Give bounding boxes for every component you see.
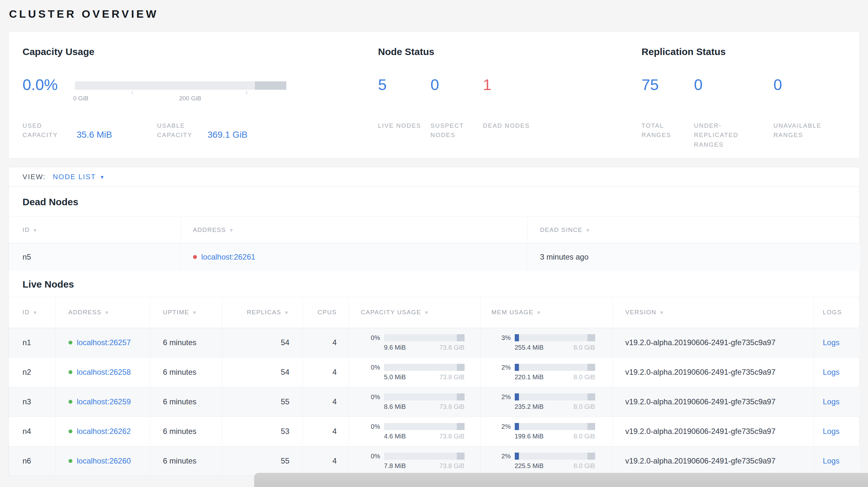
col-header-replicas[interactable]: REPLICAS▼ — [222, 297, 302, 328]
col-header-dead-since[interactable]: DEAD SINCE▼ — [527, 217, 860, 244]
logs-link[interactable]: Logs — [823, 397, 840, 406]
logs-link[interactable]: Logs — [823, 427, 840, 435]
node-address-cell: localhost:26262 — [55, 417, 150, 446]
capacity-usage-bar — [384, 453, 465, 460]
capacity-used: 7.8 MiB — [384, 462, 406, 469]
total-ranges-stat: 75 TOTAL RANGES — [642, 77, 694, 149]
col-header-id[interactable]: ID▼ — [9, 297, 55, 328]
capacity-total: 73.8 GiB — [439, 403, 465, 411]
sort-desc-icon: ▼ — [536, 310, 541, 315]
replication-status-section: Replication Status 75 TOTAL RANGES 0 UND… — [642, 46, 859, 158]
capacity-tick-label: 200 GiB — [179, 95, 202, 102]
total-ranges-count: 75 — [642, 77, 694, 93]
col-header-cpus[interactable]: CPUS — [302, 297, 348, 328]
dead-nodes-header-row: ID▼ ADDRESS▼ DEAD SINCE▼ — [9, 217, 860, 244]
node-address-cell: localhost:26261 — [181, 244, 527, 270]
mem-usage-bar — [515, 364, 595, 371]
col-header-address[interactable]: ADDRESS▼ — [55, 297, 150, 328]
live-node-row: n2 localhost:26258 6 minutes 54 4 0% 5.0… — [9, 357, 860, 387]
node-address-link[interactable]: localhost:26260 — [77, 456, 131, 465]
live-node-row: n1 localhost:26257 6 minutes 54 4 0% 9.6… — [9, 328, 860, 357]
mem-total: 8.0 GiB — [574, 344, 595, 351]
capacity-used: 4.6 MiB — [384, 433, 406, 440]
dead-node-row: n5 localhost:26261 3 minutes ago — [9, 244, 860, 270]
sort-desc-icon: ▼ — [32, 227, 38, 233]
node-uptime: 6 minutes — [150, 357, 222, 387]
node-address-cell: localhost:26258 — [55, 357, 150, 387]
suspect-nodes-count: 0 — [430, 77, 483, 93]
col-header-id[interactable]: ID▼ — [9, 217, 181, 244]
sort-desc-icon: ▼ — [284, 310, 289, 315]
capacity-tick-label: 0 GiB — [73, 95, 89, 102]
capacity-usage-bar — [384, 423, 465, 430]
capacity-percent: 0% — [361, 453, 380, 460]
view-selector-dropdown[interactable]: NODE LIST ▼ — [53, 173, 104, 181]
node-replicas: 54 — [222, 328, 302, 357]
node-address-link[interactable]: localhost:26258 — [77, 368, 131, 376]
capacity-usage-section: Capacity Usage 0.0% 0 GiB 200 GiB — [9, 46, 378, 158]
node-cpus: 4 — [302, 328, 348, 357]
node-address-cell: localhost:26259 — [55, 387, 150, 417]
dead-status-dot — [193, 255, 197, 259]
mem-percent: 2% — [492, 393, 511, 401]
col-header-logs: LOGS — [814, 297, 860, 328]
node-address-link[interactable]: localhost:26257 — [77, 338, 131, 347]
node-id: n4 — [9, 417, 55, 446]
under-replicated-stat: 0 UNDER-REPLICATED RANGES — [694, 77, 773, 149]
node-id: n1 — [9, 328, 55, 357]
view-bar: VIEW: NODE LIST ▼ — [8, 167, 860, 187]
node-address-link[interactable]: localhost:26261 — [202, 253, 255, 261]
node-uptime: 6 minutes — [150, 446, 222, 476]
unavailable-ranges-stat: 0 UNAVAILABLE RANGES — [773, 77, 826, 149]
capacity-total: 73.8 GiB — [439, 462, 465, 469]
mem-usage-bar — [515, 453, 595, 460]
node-version: v19.2.0-alpha.20190606-2491-gfe735c9a97 — [612, 328, 814, 357]
suspect-nodes-label: SUSPECT NODES — [430, 121, 483, 140]
col-header-address[interactable]: ADDRESS▼ — [181, 217, 527, 244]
node-replicas: 53 — [222, 417, 302, 446]
node-replicas: 55 — [222, 446, 302, 476]
capacity-percent: 0% — [361, 393, 380, 401]
col-header-mem-usage[interactable]: MEM USAGE▼ — [480, 297, 612, 328]
node-cpus: 4 — [302, 357, 348, 387]
view-selected-value: NODE LIST — [53, 173, 96, 181]
mem-total: 8.0 GiB — [574, 433, 595, 440]
node-cpus: 4 — [302, 446, 348, 476]
col-header-version[interactable]: VERSION▼ — [612, 297, 814, 328]
node-status-section: Node Status 5 LIVE NODES 0 SUSPECT NODES… — [378, 46, 642, 158]
capacity-total: 73.8 GiB — [439, 433, 465, 440]
sort-desc-icon: ▼ — [229, 227, 234, 233]
node-version: v19.2.0-alpha.20190606-2491-gfe735c9a97 — [612, 357, 814, 387]
mem-usage-cell: 3% 255.4 MiB8.0 GiB — [480, 328, 612, 357]
logs-link[interactable]: Logs — [823, 338, 840, 347]
logs-link[interactable]: Logs — [823, 456, 840, 465]
capacity-usage-cell: 0% 5.0 MiB73.8 GiB — [348, 357, 480, 387]
col-header-capacity-usage[interactable]: CAPACITY USAGE▼ — [348, 297, 480, 328]
node-uptime: 6 minutes — [150, 387, 222, 417]
node-address-link[interactable]: localhost:26262 — [77, 427, 131, 435]
bottom-overlay — [254, 473, 868, 487]
mem-usage-bar — [515, 423, 595, 430]
node-id: n3 — [9, 387, 55, 417]
unavailable-ranges-label: UNAVAILABLE RANGES — [773, 121, 826, 140]
live-status-dot — [68, 370, 72, 374]
mem-total: 8.0 GiB — [574, 403, 595, 411]
sort-desc-icon: ▼ — [32, 310, 38, 315]
dead-nodes-heading: Dead Nodes — [9, 187, 859, 217]
summary-card: Capacity Usage 0.0% 0 GiB 200 GiB — [8, 31, 860, 159]
node-id: n2 — [9, 357, 55, 387]
live-nodes-table: ID▼ ADDRESS▼ UPTIME▼ REPLICAS▼ CPUS CAPA… — [9, 297, 860, 476]
sort-desc-icon: ▼ — [659, 310, 664, 315]
mem-percent: 2% — [492, 453, 511, 460]
replication-status-title: Replication Status — [642, 46, 859, 57]
mem-used: 235.2 MiB — [515, 403, 544, 411]
sort-desc-icon: ▼ — [424, 310, 429, 315]
col-header-uptime[interactable]: UPTIME▼ — [150, 297, 222, 328]
dead-since-value: 3 minutes ago — [527, 244, 860, 270]
node-address-link[interactable]: localhost:26259 — [77, 397, 131, 406]
node-address-cell: localhost:26260 — [55, 446, 150, 476]
logs-link[interactable]: Logs — [823, 368, 840, 376]
node-replicas: 55 — [222, 387, 302, 417]
used-capacity-label: USED CAPACITY — [23, 121, 76, 140]
node-replicas: 54 — [222, 357, 302, 387]
